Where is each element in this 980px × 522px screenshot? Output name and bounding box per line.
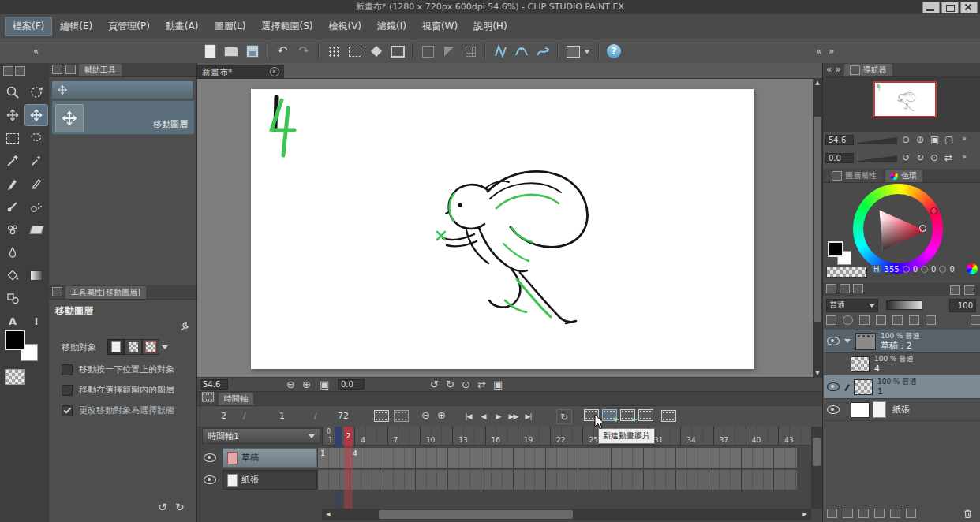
text-tool-icon[interactable]: A <box>2 311 24 331</box>
nav-more-icon[interactable]: » <box>962 135 967 143</box>
cel-settings-icon[interactable] <box>661 410 676 422</box>
checkbox-change-to-selected[interactable] <box>62 405 73 416</box>
fit-screen-icon[interactable]: ▣ <box>320 379 329 390</box>
zoom-in-icon[interactable]: ⊕ <box>302 379 311 390</box>
checkbox-move-clicked-object[interactable] <box>62 364 73 375</box>
collapse-right-icon[interactable]: « <box>816 47 821 56</box>
hue-marker[interactable] <box>930 207 937 214</box>
nav-zoom-in-icon[interactable]: ⊕ <box>916 135 924 144</box>
flip-horizontal-icon[interactable]: ⇄ <box>477 379 486 390</box>
select-area-icon[interactable] <box>346 42 365 61</box>
timeline-track-paper[interactable] <box>317 470 797 490</box>
menu-window[interactable]: 視窗(W) <box>414 17 466 36</box>
balloon-tool-icon[interactable]: ! <box>25 311 47 331</box>
screentone-icon[interactable] <box>324 42 343 61</box>
transparent-swatch[interactable] <box>826 267 867 278</box>
tab-subtool[interactable]: 輔助工具 <box>79 64 122 76</box>
navigator-rotation-slider[interactable] <box>858 155 897 162</box>
canvas-vertical-scrollbar[interactable]: ▲ ▼ <box>813 79 822 377</box>
timeline-playhead[interactable]: 2 <box>344 427 353 446</box>
tab-navigator[interactable]: 導航器 <box>844 64 892 76</box>
palette-color-icon[interactable] <box>971 315 980 325</box>
opacity-slider[interactable] <box>886 300 922 310</box>
nav-fit-icon[interactable]: ▣ <box>930 135 939 144</box>
marquee-tool-icon[interactable] <box>2 128 24 148</box>
move-target-all-button[interactable] <box>107 339 125 355</box>
reset-rotation-icon[interactable]: ⊙ <box>462 379 470 390</box>
tab-color-wheel[interactable]: 色環 <box>885 170 922 182</box>
visibility-eye-icon[interactable] <box>827 337 840 345</box>
scroll-left-icon[interactable]: ◀ <box>322 512 335 517</box>
transfer-layer-icon[interactable] <box>827 509 837 518</box>
menu-selection[interactable]: 選擇範圍(S) <box>253 17 320 36</box>
mask-icon[interactable] <box>440 42 458 61</box>
menu-animation[interactable]: 動畫(A) <box>158 17 207 36</box>
new-folder-icon[interactable] <box>874 509 885 518</box>
merge-down-icon[interactable] <box>890 509 900 518</box>
specify-cel-icon[interactable] <box>638 409 653 421</box>
tab-layer-search-icon[interactable] <box>840 284 850 293</box>
new-canvas-icon[interactable] <box>200 42 219 61</box>
rotate-left-icon[interactable]: ↺ <box>430 379 439 390</box>
draft-layer-icon[interactable] <box>859 315 870 325</box>
visibility-eye-icon[interactable] <box>204 453 216 462</box>
panel-grid-icon[interactable] <box>950 285 960 295</box>
go-to-end-button[interactable]: ▶| <box>521 409 536 423</box>
layer-row-paper[interactable]: 紙張 <box>824 399 980 421</box>
color-settings-sphere-icon[interactable] <box>967 263 978 274</box>
brush-tool-icon[interactable] <box>2 196 24 217</box>
help-icon[interactable]: ? <box>604 42 623 61</box>
nav-zoom-out-icon[interactable]: ⊖ <box>902 135 910 144</box>
timeline-track-draft[interactable]: 1 4 <box>317 448 797 468</box>
timeline-layer-label-draft[interactable]: 草稿 <box>223 448 317 468</box>
dock-toggle-icon[interactable] <box>3 66 13 76</box>
gradient-tool-icon[interactable] <box>25 265 47 285</box>
blend-tool-icon[interactable] <box>2 242 24 263</box>
navigator-rotation-box[interactable]: 0.0 <box>825 153 854 163</box>
minimize-icon[interactable] <box>922 2 940 13</box>
nav-actual-size-icon[interactable]: ▢ <box>944 135 953 144</box>
main-color-swatch[interactable] <box>5 330 25 350</box>
lock-layer-icon[interactable] <box>876 315 886 325</box>
next-frame-button[interactable]: ▶▶ <box>506 409 521 423</box>
menu-filter[interactable]: 濾鏡(I) <box>369 17 414 36</box>
close-icon[interactable] <box>960 2 978 13</box>
reset-tool-icon[interactable]: ↺ <box>158 501 167 513</box>
scroll-up-icon[interactable]: ▲ <box>813 79 822 87</box>
zoom-tool-icon[interactable] <box>2 82 24 103</box>
scroll-down-icon[interactable]: ▼ <box>813 369 822 377</box>
move-target-selected-button[interactable] <box>142 339 159 355</box>
figure-tool-icon[interactable] <box>2 288 24 308</box>
loop-play-icon[interactable]: ↻ <box>556 409 572 424</box>
collapse-left-icon[interactable]: « <box>33 47 39 56</box>
menu-help[interactable]: 說明(H) <box>466 17 514 36</box>
snap-special-icon[interactable] <box>533 42 552 61</box>
tab-tool-property[interactable]: 工具屬性[移動圖層] <box>65 286 146 299</box>
tab-timeline[interactable]: 時間軸 <box>219 393 253 405</box>
hue-ring[interactable] <box>853 184 943 274</box>
nav-reset-rotation-icon[interactable]: ⊙ <box>930 153 938 162</box>
wrench-icon[interactable] <box>178 320 191 333</box>
menu-view[interactable]: 檢視(V) <box>320 17 369 36</box>
navigator-thumbnail[interactable] <box>873 81 937 117</box>
navigator-zoom-box[interactable]: 54.6 <box>825 135 854 145</box>
airbrush-tool-icon[interactable] <box>25 196 47 217</box>
menu-page[interactable]: 頁管理(P) <box>100 17 158 36</box>
crop-icon[interactable] <box>418 42 437 61</box>
tab-layer-property[interactable]: 圖層屬性 <box>826 170 882 182</box>
main-color-swatch[interactable] <box>828 241 843 257</box>
sv-marker[interactable] <box>919 225 926 232</box>
grid-icon[interactable] <box>461 42 480 61</box>
decoration-tool-icon[interactable] <box>2 219 24 240</box>
canvas-display-icon[interactable] <box>563 42 593 61</box>
move-tool-icon[interactable] <box>2 105 24 125</box>
snap-ruler-icon[interactable] <box>491 42 510 61</box>
collapse-folder-icon[interactable] <box>844 339 851 343</box>
layer-row-cel-1-selected[interactable]: 100 % 普通 1 <box>824 375 980 399</box>
fill-tool-icon[interactable] <box>2 265 24 285</box>
layer-row-cel-4[interactable]: 100 % 普通 4 <box>824 353 980 375</box>
menu-layer[interactable]: 圖層(L) <box>206 17 253 36</box>
open-file-icon[interactable] <box>222 42 241 61</box>
reset-display-icon[interactable]: ▣ <box>493 379 503 390</box>
timeline-layer-label-paper[interactable]: 紙張 <box>223 470 317 490</box>
